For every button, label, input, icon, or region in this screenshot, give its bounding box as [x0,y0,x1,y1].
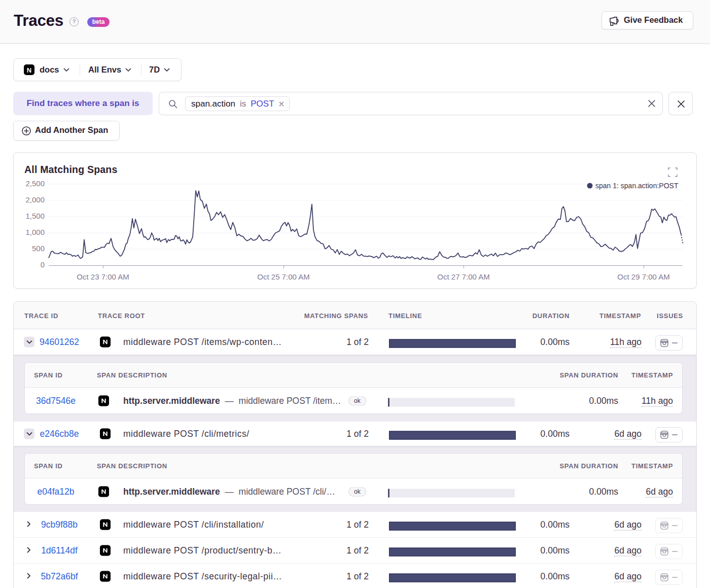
svg-text:2,000: 2,000 [25,195,45,204]
svg-text:1,500: 1,500 [25,212,45,220]
svg-text:Oct 29 7:00 AM: Oct 29 7:00 AM [617,272,669,281]
svg-text:Oct 23 7:00 AM: Oct 23 7:00 AM [77,272,129,281]
svg-text:500: 500 [32,244,45,253]
svg-text:Oct 27 7:00 AM: Oct 27 7:00 AM [437,272,489,281]
svg-text:All Matching Spans: All Matching Spans [24,164,117,175]
svg-text:0: 0 [41,260,45,269]
svg-text:span 1: span.action:POST: span 1: span.action:POST [595,182,679,190]
svg-text:Oct 25 7:00 AM: Oct 25 7:00 AM [257,272,309,281]
svg-text:1,000: 1,000 [25,228,45,236]
svg-text:N: N [27,66,31,74]
svg-text:2,500: 2,500 [25,179,45,188]
